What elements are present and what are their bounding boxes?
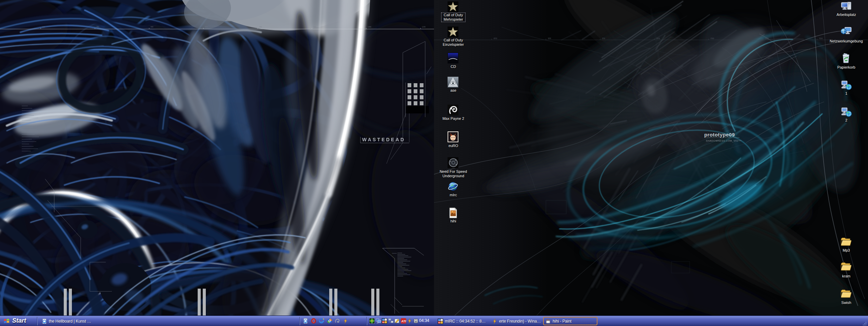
svg-text:WASTEDEAD: WASTEDEAD [362, 137, 405, 142]
svg-text:rro: rro [602, 37, 605, 39]
svg-text:nn: nn [438, 319, 441, 321]
svg-text:nn: nn [382, 319, 385, 321]
svg-text:prototype09: prototype09 [704, 132, 735, 138]
svg-text:760: 760 [259, 26, 262, 28]
svg-text:600: 600 [205, 26, 208, 28]
svg-text:roo: roo [819, 37, 823, 39]
svg-text:440: 440 [151, 26, 154, 28]
svg-text:ATI: ATI [401, 320, 406, 323]
svg-text:roo: roo [711, 37, 714, 39]
svg-text:1240: 1240 [422, 26, 426, 28]
svg-text:ollo: ollo [765, 37, 769, 39]
svg-text:920: 920 [313, 26, 316, 28]
svg-text:SHADOWNESS.COM_V02++: SHADOWNESS.COM_V02++ [706, 140, 742, 142]
svg-text:1080: 1080 [368, 26, 371, 28]
svg-text:sm: sm [548, 37, 551, 39]
svg-text:ero: ero [494, 37, 497, 39]
svg-text:120: 120 [42, 26, 45, 28]
svg-text:irc: irc [382, 321, 384, 323]
svg-text:irc: irc [438, 322, 440, 324]
svg-text:280: 280 [96, 26, 99, 28]
svg-text:oro: oro [656, 37, 660, 39]
